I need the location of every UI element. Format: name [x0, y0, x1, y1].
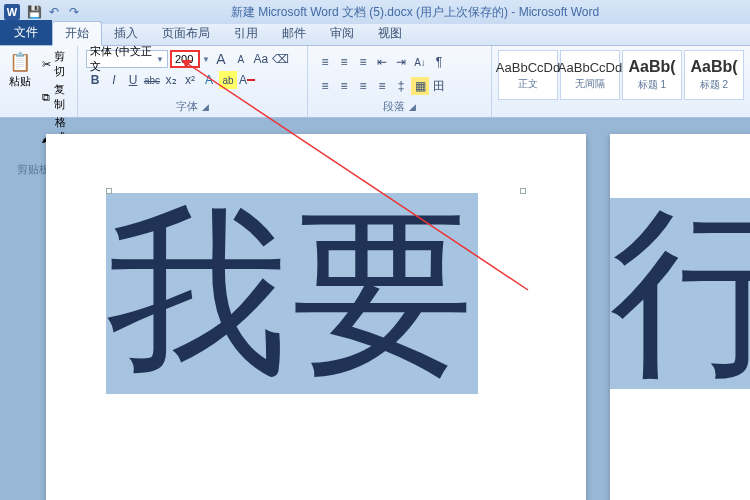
copy-icon: ⧉ — [41, 90, 51, 104]
style-no-spacing[interactable]: AaBbCcDd无间隔 — [560, 50, 620, 100]
tab-view[interactable]: 视图 — [366, 22, 414, 45]
shrink-font-button[interactable]: A — [232, 50, 250, 68]
group-styles: AaBbCcDd正文 AaBbCcDd无间隔 AaBb(标题 1 AaBb(标题… — [492, 46, 750, 117]
subscript-button[interactable]: x₂ — [162, 71, 180, 89]
copy-label: 复制 — [54, 82, 70, 112]
page-1[interactable]: 我要 — [46, 134, 586, 500]
align-center-button[interactable]: ≡ — [335, 77, 353, 95]
qat-save-icon[interactable]: 💾 — [27, 5, 41, 19]
selected-text-page2[interactable]: 行 — [610, 198, 750, 389]
window-title: 新建 Microsoft Word 文档 (5).docx (用户上次保存的) … — [84, 4, 746, 21]
group-clipboard: 📋 粘贴 ✂剪切 ⧉复制 🖌格式刷 剪贴板◢ — [0, 46, 78, 117]
style-preview: AaBb( — [628, 58, 675, 76]
style-name: 无间隔 — [575, 77, 605, 91]
font-color-indicator — [247, 79, 255, 81]
margin-marker-left — [106, 188, 112, 194]
paste-icon: 📋 — [8, 50, 32, 74]
decrease-indent-button[interactable]: ⇤ — [373, 53, 391, 71]
style-heading1[interactable]: AaBb(标题 1 — [622, 50, 682, 100]
title-bar: W 💾 ↶ ↷ 新建 Microsoft Word 文档 (5).docx (用… — [0, 0, 750, 24]
cut-icon: ✂ — [41, 57, 51, 71]
font-name-value: 宋体 (中文正文 — [90, 44, 154, 74]
shading-button[interactable]: ▦ — [411, 77, 429, 95]
group-paragraph-label: 段落◢ — [312, 98, 487, 115]
cut-button[interactable]: ✂剪切 — [38, 48, 73, 80]
tab-file[interactable]: 文件 — [0, 20, 52, 45]
page-2[interactable]: 行 — [610, 134, 750, 500]
selected-text[interactable]: 我要 — [106, 193, 478, 394]
ribbon-tabs: 文件 开始 插入 页面布局 引用 邮件 审阅 视图 — [0, 24, 750, 46]
qat-undo-icon[interactable]: ↶ — [47, 5, 61, 19]
grow-font-button[interactable]: A — [212, 50, 230, 68]
margin-marker-right — [520, 188, 526, 194]
cut-label: 剪切 — [54, 49, 70, 79]
tab-review[interactable]: 审阅 — [318, 22, 366, 45]
tab-page-layout[interactable]: 页面布局 — [150, 22, 222, 45]
tab-insert[interactable]: 插入 — [102, 22, 150, 45]
justify-button[interactable]: ≡ — [373, 77, 391, 95]
increase-indent-button[interactable]: ⇥ — [392, 53, 410, 71]
chevron-down-icon: ▼ — [156, 55, 164, 64]
style-heading2[interactable]: AaBb(标题 2 — [684, 50, 744, 100]
line-spacing-button[interactable]: ‡ — [392, 77, 410, 95]
paste-button[interactable]: 📋 粘贴 — [4, 48, 36, 91]
align-left-button[interactable]: ≡ — [316, 77, 334, 95]
underline-button[interactable]: U — [124, 71, 142, 89]
tab-mailings[interactable]: 邮件 — [270, 22, 318, 45]
highlight-button[interactable]: ab — [219, 71, 237, 89]
qat-redo-icon[interactable]: ↷ — [67, 5, 81, 19]
multilevel-list-button[interactable]: ≡ — [354, 53, 372, 71]
font-size-dropdown-icon[interactable]: ▼ — [202, 55, 210, 64]
style-name: 标题 1 — [638, 78, 666, 92]
ribbon: 📋 粘贴 ✂剪切 ⧉复制 🖌格式刷 剪贴板◢ 宋体 (中文正文▼ 200 ▼ A… — [0, 46, 750, 118]
change-case-button[interactable]: Aa — [252, 50, 270, 68]
bold-button[interactable]: B — [86, 71, 104, 89]
font-size-combo[interactable]: 200 — [170, 50, 200, 68]
font-color-button[interactable]: A — [238, 71, 256, 89]
copy-button[interactable]: ⧉复制 — [38, 81, 73, 113]
sort-button[interactable]: A↓ — [411, 53, 429, 71]
style-preview: AaBbCcDd — [496, 60, 560, 75]
style-normal[interactable]: AaBbCcDd正文 — [498, 50, 558, 100]
style-name: 正文 — [518, 77, 538, 91]
app-icon: W — [4, 4, 20, 20]
document-area[interactable]: 我要 行 — [0, 118, 750, 500]
strike-button[interactable]: abc — [143, 71, 161, 89]
style-preview: AaBb( — [690, 58, 737, 76]
bullets-button[interactable]: ≡ — [316, 53, 334, 71]
style-name: 标题 2 — [700, 78, 728, 92]
align-right-button[interactable]: ≡ — [354, 77, 372, 95]
tab-home[interactable]: 开始 — [52, 21, 102, 46]
numbering-button[interactable]: ≡ — [335, 53, 353, 71]
font-name-combo[interactable]: 宋体 (中文正文▼ — [86, 50, 168, 68]
style-preview: AaBbCcDd — [558, 60, 622, 75]
tab-references[interactable]: 引用 — [222, 22, 270, 45]
show-marks-button[interactable]: ¶ — [430, 53, 448, 71]
text-effects-button[interactable]: A — [200, 71, 218, 89]
group-font-label: 字体◢ — [82, 98, 303, 115]
group-paragraph: ≡ ≡ ≡ ⇤ ⇥ A↓ ¶ ≡ ≡ ≡ ≡ ‡ ▦ 田 段落◢ — [308, 46, 492, 117]
italic-button[interactable]: I — [105, 71, 123, 89]
borders-button[interactable]: 田 — [430, 77, 448, 95]
paragraph-launcher-icon[interactable]: ◢ — [409, 102, 416, 112]
group-font: 宋体 (中文正文▼ 200 ▼ A A Aa ⌫ B I U abc x₂ x²… — [78, 46, 308, 117]
superscript-button[interactable]: x² — [181, 71, 199, 89]
font-size-value: 200 — [175, 53, 193, 65]
font-launcher-icon[interactable]: ◢ — [202, 102, 209, 112]
paste-label: 粘贴 — [9, 74, 31, 89]
clear-format-button[interactable]: ⌫ — [272, 50, 290, 68]
